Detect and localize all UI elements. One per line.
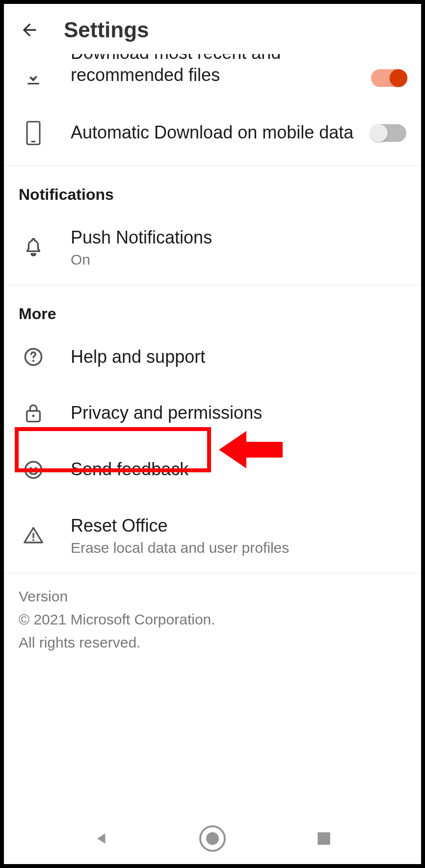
section-more: More [4,285,421,329]
triangle-back-icon [93,830,110,847]
nav-recents-button[interactable] [310,825,338,852]
download-mobile-row[interactable]: Automatic Download on mobile data [4,101,421,165]
section-notifications: Notifications [4,166,421,210]
svg-point-6 [25,461,41,478]
svg-point-7 [29,467,32,469]
download-recent-label-2: recommended files [71,64,361,87]
rights-label: All rights reserved. [19,631,406,653]
footer-text: Version © 2021 Microsoft Corporation. Al… [4,573,421,659]
download-recent-label-1: Download most recent and [71,54,281,61]
phone-icon [25,120,42,146]
smile-icon [23,460,44,480]
help-icon [23,347,44,367]
push-label: Push Notifications [71,226,406,249]
page-title: Settings [64,18,149,42]
reset-office-row[interactable]: Reset Office Erase local data and user p… [4,498,421,573]
version-label: Version [19,585,406,607]
lock-icon [24,403,43,424]
circle-home-icon [199,825,226,852]
arrow-left-icon [20,20,39,40]
warning-icon [23,525,44,545]
nav-back-button[interactable] [88,825,115,852]
feedback-row[interactable]: Send feedback [4,441,421,498]
svg-point-3 [32,360,34,362]
download-mobile-toggle[interactable] [371,124,406,142]
header: Settings [4,4,421,54]
svg-point-5 [32,414,35,417]
nav-home-button[interactable] [199,825,226,852]
push-notifications-row[interactable]: Push Notifications On [4,210,421,285]
privacy-row[interactable]: Privacy and permissions [4,385,421,441]
svg-point-10 [32,539,34,541]
download-icon [24,67,43,87]
download-recent-toggle[interactable] [371,69,406,87]
square-recents-icon [316,830,332,847]
help-label: Help and support [71,346,406,369]
bell-icon [23,237,44,257]
download-recent-row[interactable]: Download most recent and recommended fil… [4,54,421,101]
reset-sub: Erase local data and user profiles [71,540,406,556]
svg-rect-14 [318,832,330,845]
privacy-label: Privacy and permissions [71,402,406,425]
reset-label: Reset Office [71,515,406,538]
svg-point-13 [206,832,219,845]
help-support-row[interactable]: Help and support [4,329,421,385]
push-value: On [71,251,406,268]
android-navbar [4,813,421,864]
feedback-label: Send feedback [71,458,406,481]
content-area: Download most recent and recommended fil… [4,54,421,813]
back-button[interactable] [19,19,40,41]
svg-point-8 [35,467,37,469]
copyright-label: © 2021 Microsoft Corporation. [19,608,406,630]
download-mobile-label: Automatic Download on mobile data [71,121,361,144]
